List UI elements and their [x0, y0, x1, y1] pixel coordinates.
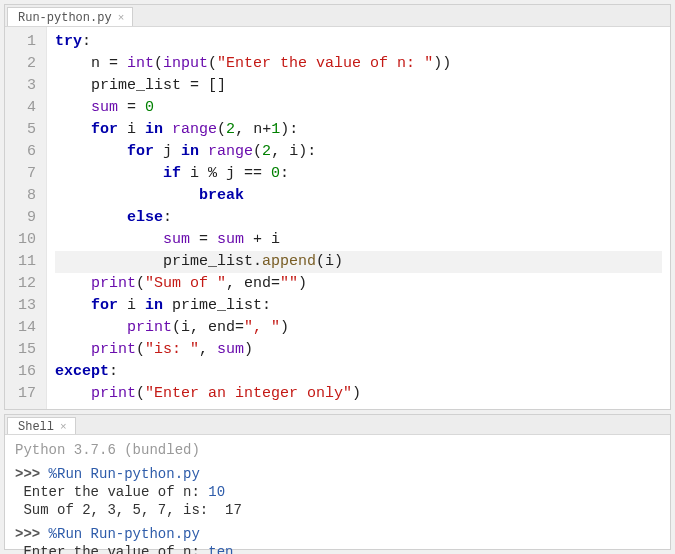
line-number: 7 — [11, 163, 36, 185]
code-line[interactable]: print("Sum of ", end="") — [55, 273, 662, 295]
line-number: 13 — [11, 295, 36, 317]
shell-tab-label: Shell — [18, 420, 54, 434]
shell-line: Enter the value of n: ten — [15, 543, 660, 554]
line-number: 1 — [11, 31, 36, 53]
code-editor[interactable]: 1234567891011121314151617 try: n = int(i… — [5, 27, 670, 409]
line-number: 15 — [11, 339, 36, 361]
code-line[interactable]: n = int(input("Enter the value of n: ")) — [55, 53, 662, 75]
line-number: 17 — [11, 383, 36, 405]
line-number: 6 — [11, 141, 36, 163]
line-number-gutter: 1234567891011121314151617 — [5, 27, 47, 409]
editor-panel: Run-python.py × 123456789101112131415161… — [4, 4, 671, 410]
code-line[interactable]: if i % j == 0: — [55, 163, 662, 185]
close-icon[interactable]: × — [118, 13, 125, 24]
code-line[interactable]: for i in range(2, n+1): — [55, 119, 662, 141]
editor-tab-label: Run-python.py — [18, 11, 112, 25]
line-number: 4 — [11, 97, 36, 119]
editor-tab[interactable]: Run-python.py × — [7, 7, 133, 26]
shell-line: Python 3.7.6 (bundled) — [15, 441, 660, 459]
code-line[interactable]: prime_list = [] — [55, 75, 662, 97]
line-number: 8 — [11, 185, 36, 207]
code-line[interactable]: break — [55, 185, 662, 207]
line-number: 9 — [11, 207, 36, 229]
code-line[interactable]: print("is: ", sum) — [55, 339, 662, 361]
shell-line: >>> %Run Run-python.py — [15, 465, 660, 483]
shell-line: Sum of 2, 3, 5, 7, is: 17 — [15, 501, 660, 519]
code-line[interactable]: print("Enter an integer only") — [55, 383, 662, 405]
editor-tabbar: Run-python.py × — [5, 5, 670, 27]
close-icon[interactable]: × — [60, 422, 67, 433]
code-line[interactable]: for i in prime_list: — [55, 295, 662, 317]
code-line[interactable]: sum = sum + i — [55, 229, 662, 251]
code-line[interactable]: sum = 0 — [55, 97, 662, 119]
line-number: 2 — [11, 53, 36, 75]
shell-line: Enter the value of n: 10 — [15, 483, 660, 501]
shell-tabbar: Shell × — [5, 415, 670, 435]
code-area[interactable]: try: n = int(input("Enter the value of n… — [47, 27, 670, 409]
line-number: 16 — [11, 361, 36, 383]
shell-panel: Shell × Python 3.7.6 (bundled)>>> %Run R… — [4, 414, 671, 550]
line-number: 14 — [11, 317, 36, 339]
shell-line: >>> %Run Run-python.py — [15, 525, 660, 543]
line-number: 3 — [11, 75, 36, 97]
code-line[interactable]: else: — [55, 207, 662, 229]
line-number: 11 — [11, 251, 36, 273]
code-line[interactable]: except: — [55, 361, 662, 383]
code-line[interactable]: print(i, end=", ") — [55, 317, 662, 339]
line-number: 5 — [11, 119, 36, 141]
shell-output[interactable]: Python 3.7.6 (bundled)>>> %Run Run-pytho… — [5, 435, 670, 554]
code-line[interactable]: for j in range(2, i): — [55, 141, 662, 163]
code-line[interactable]: try: — [55, 31, 662, 53]
line-number: 10 — [11, 229, 36, 251]
line-number: 12 — [11, 273, 36, 295]
shell-tab[interactable]: Shell × — [7, 417, 76, 434]
code-line[interactable]: prime_list.append(i) — [55, 251, 662, 273]
